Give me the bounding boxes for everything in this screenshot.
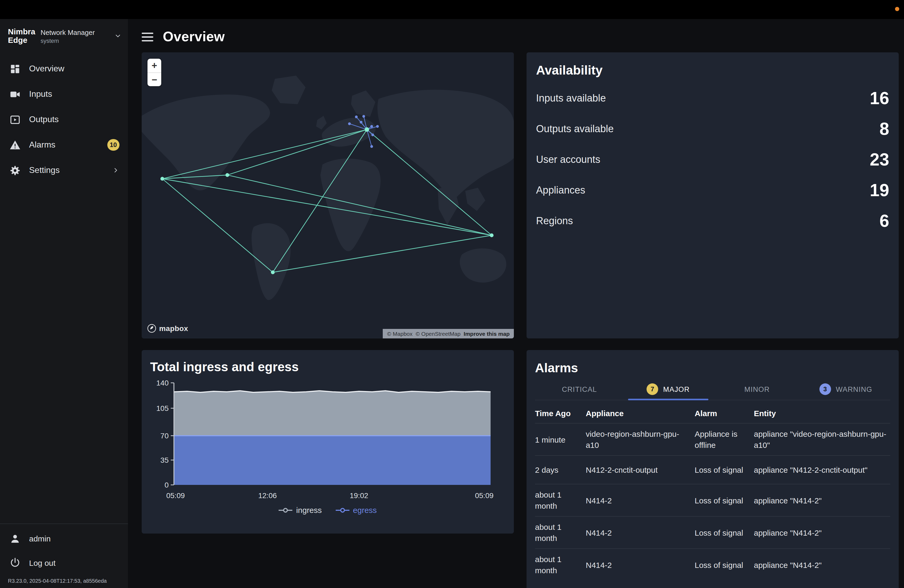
hamburger-menu-icon[interactable] bbox=[142, 32, 153, 41]
sidebar-item-label: Overview bbox=[29, 64, 120, 74]
improve-map-link[interactable]: Improve this map bbox=[464, 330, 510, 337]
tab-minor[interactable]: MINOR bbox=[713, 379, 801, 400]
availability-value: 16 bbox=[870, 88, 889, 108]
map-canvas bbox=[142, 52, 514, 338]
user-icon bbox=[9, 533, 21, 544]
tab-critical[interactable]: CRITICAL bbox=[535, 379, 624, 400]
y-tick: 0 bbox=[164, 481, 169, 489]
chart-legend: ingress egress bbox=[150, 506, 506, 514]
top-bar bbox=[0, 0, 904, 19]
alarm-row[interactable]: 2 days N412-2-cnctit-output Loss of sign… bbox=[535, 455, 890, 484]
page-title: Overview bbox=[163, 28, 225, 45]
alarm-type: Loss of signal bbox=[695, 464, 745, 475]
availability-row: Inputs available 16 bbox=[536, 83, 889, 114]
logout-button[interactable]: Log out bbox=[0, 550, 128, 575]
alarm-entity: appliance "N414-2" bbox=[754, 559, 890, 570]
sidebar-item-inputs[interactable]: Inputs bbox=[0, 81, 128, 107]
zoom-in-button[interactable]: + bbox=[147, 59, 161, 73]
warning-count-badge: 3 bbox=[819, 383, 831, 395]
alarm-entity: appliance "N412-2-cnctit-output" bbox=[754, 464, 890, 475]
dashboard-icon bbox=[9, 63, 21, 74]
mapbox-logo-text: mapbox bbox=[159, 324, 188, 333]
alarm-type: Loss of signal bbox=[695, 559, 745, 570]
chevron-down-icon bbox=[114, 32, 122, 40]
alarms-tabs: CRITICAL 7 MAJOR MINOR 3 WARNING bbox=[535, 379, 890, 400]
legend-line-icon bbox=[335, 507, 349, 513]
sidebar-item-alarms[interactable]: Alarms 10 bbox=[0, 132, 128, 158]
sidebar-item-outputs[interactable]: Outputs bbox=[0, 107, 128, 132]
y-tick: 140 bbox=[156, 379, 169, 387]
availability-row: Outputs available 8 bbox=[536, 114, 889, 144]
availability-row: User accounts 23 bbox=[536, 144, 889, 175]
alarm-appliance: N412-2-cnctit-output bbox=[586, 464, 686, 475]
alarm-row[interactable]: about 1 month N414-2 Loss of signal appl… bbox=[535, 516, 890, 548]
sidebar: Nimbra Edge Network Manager system Overv… bbox=[0, 19, 128, 588]
alarm-appliance: N414-2 bbox=[586, 527, 686, 538]
sidebar-item-label: Alarms bbox=[29, 140, 99, 150]
legend-ingress[interactable]: ingress bbox=[279, 506, 322, 514]
tab-label: MAJOR bbox=[663, 385, 690, 393]
availability-row: Appliances 19 bbox=[536, 175, 889, 206]
sidebar-item-overview[interactable]: Overview bbox=[0, 56, 128, 81]
col-header: Entity bbox=[754, 409, 890, 418]
col-header: Alarm bbox=[695, 409, 745, 418]
legend-egress-label: egress bbox=[353, 506, 377, 514]
mapbox-attribution-link[interactable]: © Mapbox bbox=[387, 330, 412, 337]
col-header: Appliance bbox=[586, 409, 686, 418]
alarm-entity: appliance "N414-2" bbox=[754, 495, 890, 506]
zoom-out-button[interactable]: − bbox=[147, 73, 161, 86]
map-attribution: © Mapbox © OpenStreetMap Improve this ma… bbox=[383, 329, 514, 338]
user-row: admin bbox=[0, 526, 128, 550]
video-camera-icon bbox=[9, 89, 21, 100]
tab-major[interactable]: 7 MAJOR bbox=[624, 379, 713, 400]
tab-label: WARNING bbox=[836, 385, 872, 393]
availability-value: 8 bbox=[879, 119, 889, 139]
availability-value: 19 bbox=[870, 180, 889, 201]
main-area: Overview bbox=[128, 19, 904, 588]
mapbox-logo[interactable]: mapbox bbox=[147, 324, 188, 333]
tab-label: CRITICAL bbox=[562, 385, 597, 393]
availability-label: Inputs available bbox=[536, 93, 606, 104]
sidebar-item-settings[interactable]: Settings bbox=[0, 158, 128, 183]
alarm-time: 1 minute bbox=[535, 434, 577, 445]
recording-indicator-dot bbox=[895, 7, 899, 11]
chevron-right-icon bbox=[112, 167, 120, 174]
legend-line-icon bbox=[279, 507, 292, 513]
sidebar-item-label: Inputs bbox=[29, 89, 120, 99]
sidebar-item-label: Outputs bbox=[29, 115, 120, 124]
alarms-card: Alarms CRITICAL 7 MAJOR MINOR bbox=[526, 350, 899, 588]
tab-warning[interactable]: 3 WARNING bbox=[801, 379, 890, 400]
username: admin bbox=[29, 534, 51, 543]
map-zoom-control: + − bbox=[147, 59, 161, 86]
availability-title: Availability bbox=[536, 63, 889, 78]
alarm-time: 2 days bbox=[535, 464, 577, 475]
alarm-row[interactable]: 1 minute video-region-ashburn-gpu-a10 Ap… bbox=[535, 423, 890, 455]
tenant-switcher[interactable]: Network Manager system bbox=[40, 28, 122, 44]
availability-label: Appliances bbox=[536, 185, 585, 196]
logout-label: Log out bbox=[29, 558, 55, 567]
alarm-time: about 1 month bbox=[535, 522, 577, 544]
page-header: Overview bbox=[128, 19, 904, 52]
ingress-egress-card: Total ingress and egress bbox=[142, 350, 514, 534]
warning-triangle-icon bbox=[9, 139, 21, 150]
sidebar-footer: admin Log out R3.23.0, 2025-04-08T12:17:… bbox=[0, 523, 128, 588]
legend-ingress-label: ingress bbox=[296, 506, 322, 514]
play-box-icon bbox=[9, 114, 21, 125]
osm-attribution-link[interactable]: © OpenStreetMap bbox=[416, 330, 461, 337]
availability-value: 23 bbox=[870, 150, 889, 170]
x-tick: 19:02 bbox=[350, 492, 368, 500]
availability-label: User accounts bbox=[536, 154, 600, 166]
world-map[interactable]: + − mapbox © Mapbox © OpenStreetMap Impr… bbox=[142, 52, 514, 338]
tenant-name: Network Manager bbox=[40, 28, 114, 36]
brand-logo: Nimbra Edge bbox=[8, 27, 35, 44]
alarm-time: about 1 month bbox=[535, 489, 577, 511]
alarm-time: about 1 month bbox=[535, 554, 577, 576]
alarm-row[interactable]: about 1 month N414-2 Loss of signal appl… bbox=[535, 484, 890, 516]
y-tick: 70 bbox=[160, 432, 169, 440]
chart-title: Total ingress and egress bbox=[150, 360, 506, 375]
alarm-row[interactable]: about 1 month N414-2 Loss of signal appl… bbox=[535, 548, 890, 581]
legend-egress[interactable]: egress bbox=[335, 506, 377, 514]
alarm-type: Loss of signal bbox=[695, 495, 745, 506]
alarm-entity: appliance "video-region-ashburn-gpu-a10" bbox=[754, 428, 890, 450]
sidebar-item-label: Settings bbox=[29, 166, 104, 175]
